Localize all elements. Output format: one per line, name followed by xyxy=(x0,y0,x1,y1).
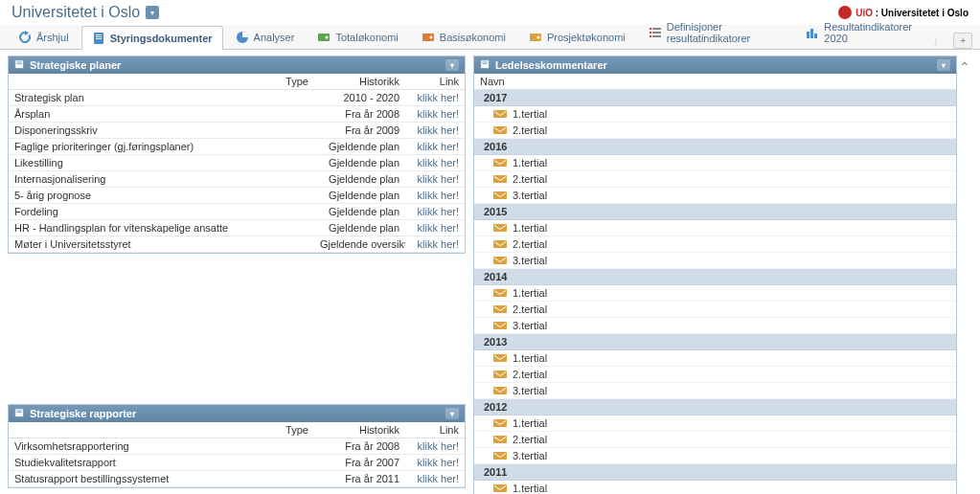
tertial-label: 1.tertial xyxy=(513,352,547,364)
year-row[interactable]: 2011 xyxy=(474,464,956,481)
row-link[interactable]: klikk her! xyxy=(405,438,465,455)
scroll-up-icon[interactable]: ⌃ xyxy=(957,56,972,488)
tertial-label: 2.tertial xyxy=(513,124,547,136)
year-row[interactable]: 2014 xyxy=(474,269,956,285)
tertial-row[interactable]: 2.tertial xyxy=(474,171,956,188)
year-row[interactable]: 2015 xyxy=(474,204,956,220)
row-link[interactable]: klikk her! xyxy=(405,455,465,471)
tertial-label: 2.tertial xyxy=(513,303,547,315)
table-row: Faglige prioriteringer (gj.føringsplaner… xyxy=(9,139,465,155)
tertial-row[interactable]: 1.tertial xyxy=(474,350,956,367)
tertial-row[interactable]: 1.tertial xyxy=(474,106,956,123)
tertial-row[interactable]: 2.tertial xyxy=(474,302,956,318)
tab-basis-konomi[interactable]: Basisøkonomi xyxy=(411,25,516,49)
panel-header-comments[interactable]: Ledelseskommentarer ▾ xyxy=(474,56,956,74)
doc-icon xyxy=(92,32,105,45)
table-row: Statusrapport bestillingssystemetFra år … xyxy=(9,471,465,487)
row-hist: 2010 - 2020 xyxy=(314,90,405,106)
tertial-label: 1.tertial xyxy=(513,287,547,299)
panel-plans-collapse-icon[interactable]: ▾ xyxy=(445,59,459,71)
row-name: 5- årig prognose xyxy=(9,188,260,204)
row-link[interactable]: klikk her! xyxy=(405,155,465,171)
row-link[interactable]: klikk her! xyxy=(405,106,465,123)
table-row: StudiekvalitetsrapportFra år 2007klikk h… xyxy=(9,455,465,471)
row-name: Faglige prioriteringer (gj.føringsplaner… xyxy=(9,139,260,155)
reports-col-name xyxy=(9,422,260,438)
add-tab-button[interactable]: + xyxy=(953,33,972,49)
panel-strategic-reports: Strategiske rapporter ▾ Type Historikk L… xyxy=(8,404,466,488)
row-link[interactable]: klikk her! xyxy=(405,139,465,155)
message-icon xyxy=(493,223,507,233)
row-type xyxy=(260,204,314,220)
reports-col-hist: Historikk xyxy=(314,422,405,438)
plans-table: Type Historikk Link Strategisk plan2010 … xyxy=(9,74,465,253)
panel-comments: Ledelseskommentarer ▾ Navn 20171.tertial… xyxy=(473,56,957,494)
tab--rshjul[interactable]: Årshjul xyxy=(8,25,80,49)
row-link[interactable]: klikk her! xyxy=(405,188,465,204)
title-dropdown-icon[interactable]: ▾ xyxy=(146,6,159,19)
row-hist: Gjeldende plan xyxy=(314,204,405,220)
row-hist: Fra år 2008 xyxy=(314,106,405,123)
list-icon xyxy=(649,26,662,39)
tab-total-konomi[interactable]: Totaløkonomi xyxy=(307,25,408,49)
tertial-row[interactable]: 3.tertial xyxy=(474,318,956,334)
panel-plans-title: Strategiske planer xyxy=(30,59,121,71)
row-link[interactable]: klikk her! xyxy=(405,220,465,236)
panel-reports-icon xyxy=(14,408,26,419)
tab-definisjoner-resultatindikatorer[interactable]: Definisjoner resultatindikatorer xyxy=(638,15,793,49)
message-icon xyxy=(493,451,507,460)
row-type xyxy=(260,90,314,106)
year-row[interactable]: 2016 xyxy=(474,139,956,155)
tab-prosjekt-konomi[interactable]: Prosjektøkonomi xyxy=(518,25,636,49)
tabs-scroll-right-icon[interactable]: 〉 xyxy=(929,34,947,49)
tab-label: Resultatindikatorer 2020 xyxy=(824,21,917,44)
row-hist: Gjeldende plan xyxy=(314,155,405,171)
row-name: Internasjonalisering xyxy=(9,171,260,188)
tertial-row[interactable]: 1.tertial xyxy=(474,285,956,302)
tertial-row[interactable]: 3.tertial xyxy=(474,188,956,204)
tertial-row[interactable]: 2.tertial xyxy=(474,236,956,253)
tertial-row[interactable]: 1.tertial xyxy=(474,415,956,432)
year-row[interactable]: 2012 xyxy=(474,399,956,415)
year-row[interactable]: 2017 xyxy=(474,90,956,106)
panel-reports-collapse-icon[interactable]: ▾ xyxy=(445,408,459,419)
reports-col-link: Link xyxy=(405,422,465,438)
tab-resultatindikatorer-2020[interactable]: Resultatindikatorer 2020 xyxy=(795,15,927,49)
message-icon xyxy=(493,239,507,249)
bar-icon xyxy=(806,26,819,39)
year-row[interactable]: 2013 xyxy=(474,334,956,350)
row-link[interactable]: klikk her! xyxy=(405,90,465,106)
row-link[interactable]: klikk her! xyxy=(405,123,465,139)
row-link[interactable]: klikk her! xyxy=(405,171,465,188)
row-type xyxy=(260,106,314,123)
row-type xyxy=(260,139,314,155)
tertial-row[interactable]: 1.tertial xyxy=(474,220,956,236)
row-link[interactable]: klikk her! xyxy=(405,236,465,253)
tertial-row[interactable]: 1.tertial xyxy=(474,155,956,171)
tab-label: Styringsdokumenter xyxy=(110,33,213,44)
row-type xyxy=(260,471,314,487)
tab-styringsdokumenter[interactable]: Styringsdokumenter xyxy=(81,26,223,50)
row-link[interactable]: klikk her! xyxy=(405,204,465,220)
tertial-label: 2.tertial xyxy=(513,369,547,380)
panel-comments-collapse-icon[interactable]: ▾ xyxy=(937,59,950,71)
tertial-row[interactable]: 1.tertial xyxy=(474,481,956,494)
tertial-row[interactable]: 2.tertial xyxy=(474,432,956,448)
tertial-row[interactable]: 3.tertial xyxy=(474,448,956,464)
tab-analyser[interactable]: Analyser xyxy=(225,25,306,49)
tertial-row[interactable]: 3.tertial xyxy=(474,383,956,399)
tertial-label: 1.tertial xyxy=(513,108,547,120)
tertial-row[interactable]: 3.tertial xyxy=(474,253,956,269)
tertial-label: 1.tertial xyxy=(513,157,547,168)
row-type xyxy=(260,236,314,253)
row-hist: Fra år 2009 xyxy=(314,123,405,139)
panel-header-reports[interactable]: Strategiske rapporter ▾ xyxy=(9,405,465,422)
wallet3-icon xyxy=(529,31,542,44)
row-type xyxy=(260,123,314,139)
row-link[interactable]: klikk her! xyxy=(405,471,465,487)
row-name: HR - Handlingsplan for vitenskapelige an… xyxy=(9,220,260,236)
panel-header-plans[interactable]: Strategiske planer ▾ xyxy=(9,56,465,74)
tertial-row[interactable]: 2.tertial xyxy=(474,123,956,139)
tertial-row[interactable]: 2.tertial xyxy=(474,367,956,383)
message-icon xyxy=(493,418,507,428)
